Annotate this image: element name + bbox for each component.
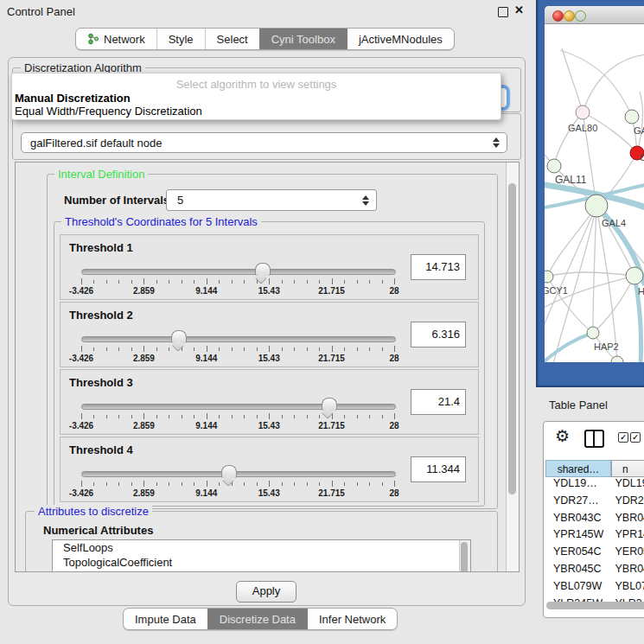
slider-thumb[interactable] bbox=[255, 263, 271, 276]
attribute-item[interactable]: BetweennessCentrality bbox=[53, 570, 470, 571]
threshold-value-field[interactable]: 6.316 bbox=[411, 322, 466, 348]
slider-thumb[interactable] bbox=[171, 330, 187, 343]
spinner-arrows-icon[interactable] bbox=[361, 195, 370, 206]
table-horizontal-scrollbar[interactable] bbox=[546, 602, 644, 609]
attribute-item[interactable]: TopologicalCoefficient bbox=[53, 555, 470, 570]
threshold-slider[interactable]: -3.4262.8599.14415.4321.71528 bbox=[81, 334, 394, 363]
checkbox-icon[interactable]: ✓ bbox=[630, 432, 641, 443]
table-header-row: shared… n bbox=[545, 460, 644, 477]
network-icon bbox=[87, 33, 99, 45]
cyni-mode-tabs: Impute DataDiscretize DataInfer Network bbox=[123, 608, 398, 630]
svg-text:GAL: GAL bbox=[634, 125, 644, 136]
table-panel: ⚙ ✓ ✓ shared… n YDL19…YDL19YDR27…YDR27YB… bbox=[543, 421, 644, 618]
slider-track[interactable] bbox=[81, 336, 396, 342]
table-rows: YDL19…YDL19YDR27…YDR27YBR043CYBR043CYPR1… bbox=[545, 477, 644, 603]
slider-thumb[interactable] bbox=[221, 465, 237, 478]
svg-text:GAL80: GAL80 bbox=[568, 123, 597, 133]
threshold-value-field[interactable]: 21.4 bbox=[411, 389, 466, 415]
spinner-value: 5 bbox=[167, 194, 361, 207]
combo-arrows-icon bbox=[492, 137, 501, 148]
slider-track[interactable] bbox=[81, 269, 396, 275]
threshold-value-field[interactable]: 14.713 bbox=[411, 254, 466, 280]
tab-impute-data[interactable]: Impute Data bbox=[124, 609, 207, 629]
dropdown-option-equal-width[interactable]: Equal Width/Frequency Discretization bbox=[15, 105, 202, 118]
checkbox-icon[interactable]: ✓ bbox=[618, 432, 628, 443]
slider-thumb[interactable] bbox=[322, 398, 337, 411]
tab-cyni-toolbox[interactable]: Cyni Toolbox bbox=[259, 29, 347, 49]
threshold-panel: Threshold 3 -3.4262.8599.14415.4321.7152… bbox=[60, 369, 479, 435]
table-row[interactable]: YER054CYER054C bbox=[545, 545, 644, 563]
settings-scrollbar[interactable] bbox=[506, 163, 519, 571]
dropdown-prompt: Select algorithm to view settings bbox=[12, 78, 501, 91]
dropdown-option-manual[interactable]: Manual Discretization bbox=[15, 92, 131, 105]
group-title: Threshold's Coordinates for 5 Intervals bbox=[61, 215, 261, 228]
screen: { "window": {"title": "Control Panel"}, … bbox=[0, 0, 644, 644]
table-row[interactable]: YBR043CYBR043C bbox=[545, 512, 644, 529]
slider-track[interactable] bbox=[81, 471, 396, 477]
tab-jactivemnodules[interactable]: jActiveMNodules bbox=[347, 29, 454, 49]
threshold-label: Threshold 1 bbox=[69, 241, 133, 254]
number-of-intervals-label: Number of Intervals bbox=[64, 194, 169, 207]
table-row[interactable]: YBL079WYBL079W bbox=[545, 580, 644, 597]
svg-text:GAL4: GAL4 bbox=[602, 218, 626, 228]
column-header-name[interactable]: n bbox=[611, 460, 644, 477]
interval-definition-group: Interval Definition Number of Intervals … bbox=[47, 174, 498, 509]
attributes-list[interactable]: SelfLoopsTopologicalCoefficientBetweenne… bbox=[52, 539, 471, 571]
svg-text:C: C bbox=[640, 152, 644, 163]
threshold-label: Threshold 2 bbox=[69, 309, 133, 322]
algorithm-dropdown-popup: Select algorithm to view settings Manual… bbox=[11, 73, 501, 120]
cyni-toolbox-panel: Discretization Algorithm Table Data galF… bbox=[8, 57, 526, 606]
threshold-label: Threshold 4 bbox=[69, 443, 133, 456]
table-row[interactable]: YDR27…YDR27 bbox=[545, 494, 644, 512]
panel-title: Control Panel bbox=[7, 5, 75, 18]
number-of-intervals-spinner[interactable]: 5 bbox=[166, 189, 377, 211]
float-window-icon[interactable] bbox=[498, 7, 508, 17]
close-traffic-light-icon[interactable] bbox=[552, 10, 564, 22]
gear-icon[interactable]: ⚙ bbox=[555, 428, 570, 444]
settings-scrollpane: Interval Definition Number of Intervals … bbox=[15, 162, 520, 572]
tab-network[interactable]: Network bbox=[76, 29, 156, 49]
table-data-combobox[interactable]: galFiltered.sif default node bbox=[21, 132, 507, 153]
numerical-attributes-label: Numerical Attributes bbox=[43, 524, 153, 537]
column-layout-icon[interactable] bbox=[584, 430, 604, 448]
svg-text:GCY1: GCY1 bbox=[545, 285, 568, 296]
tab-discretize-data[interactable]: Discretize Data bbox=[207, 609, 307, 629]
threshold-panel: Threshold 4 -3.4262.8599.14415.4321.7152… bbox=[60, 437, 479, 502]
tab-select[interactable]: Select bbox=[205, 29, 259, 49]
network-canvas[interactable]: GAL80GALGAL11GAL4GCY1HAPHAP2C bbox=[545, 24, 644, 362]
close-icon[interactable]: ✕ bbox=[514, 3, 524, 16]
threshold-panel: Threshold 1 -3.4262.8599.14415.4321.7152… bbox=[60, 234, 479, 300]
column-header-shared[interactable]: shared… bbox=[545, 460, 611, 477]
table-row[interactable]: YDL19…YDL19 bbox=[545, 477, 644, 494]
svg-text:HAP: HAP bbox=[638, 286, 644, 296]
thresholds-group: Threshold's Coordinates for 5 Intervals … bbox=[54, 221, 485, 507]
attributes-group: Attributes to discretize Numerical Attri… bbox=[25, 511, 498, 571]
slider-track[interactable] bbox=[81, 404, 396, 410]
threshold-slider[interactable]: -3.4262.8599.14415.4321.71528 bbox=[81, 266, 394, 296]
network-window-titlebar[interactable] bbox=[545, 6, 644, 24]
control-panel-tabs: NetworkStyleSelectCyni ToolboxjActiveMNo… bbox=[75, 28, 455, 50]
apply-button[interactable]: Apply bbox=[236, 581, 296, 603]
group-title: Attributes to discretize bbox=[35, 505, 152, 518]
list-scrollbar[interactable] bbox=[459, 540, 470, 571]
network-graph: GAL80GALGAL11GAL4GCY1HAPHAP2C bbox=[545, 24, 644, 362]
zoom-traffic-light-icon[interactable] bbox=[575, 10, 586, 22]
table-row[interactable]: YPR145WYPR145W bbox=[545, 528, 644, 545]
svg-text:GAL11: GAL11 bbox=[555, 174, 587, 186]
threshold-panel: Threshold 2 -3.4262.8599.14415.4321.7152… bbox=[60, 302, 479, 367]
attribute-item[interactable]: SelfLoops bbox=[53, 540, 470, 555]
table-row[interactable]: YBR045CYBR045C bbox=[545, 563, 644, 580]
threshold-label: Threshold 3 bbox=[69, 376, 133, 389]
threshold-value-field[interactable]: 11.344 bbox=[411, 456, 466, 482]
attributes-items: SelfLoopsTopologicalCoefficientBetweenne… bbox=[53, 540, 470, 571]
scrollbar-thumb[interactable] bbox=[508, 183, 516, 494]
svg-text:HAP2: HAP2 bbox=[594, 341, 619, 352]
group-title: Interval Definition bbox=[54, 168, 148, 181]
settings-content: Interval Definition Number of Intervals … bbox=[16, 163, 507, 571]
tab-style[interactable]: Style bbox=[156, 29, 205, 49]
minimize-traffic-light-icon[interactable] bbox=[564, 10, 575, 22]
threshold-slider[interactable]: -3.4262.8599.14415.4321.71528 bbox=[81, 469, 394, 498]
tab-infer-network[interactable]: Infer Network bbox=[307, 609, 397, 629]
threshold-slider[interactable]: -3.4262.8599.14415.4321.71528 bbox=[81, 401, 394, 430]
table-panel-title: Table Panel bbox=[549, 399, 608, 411]
